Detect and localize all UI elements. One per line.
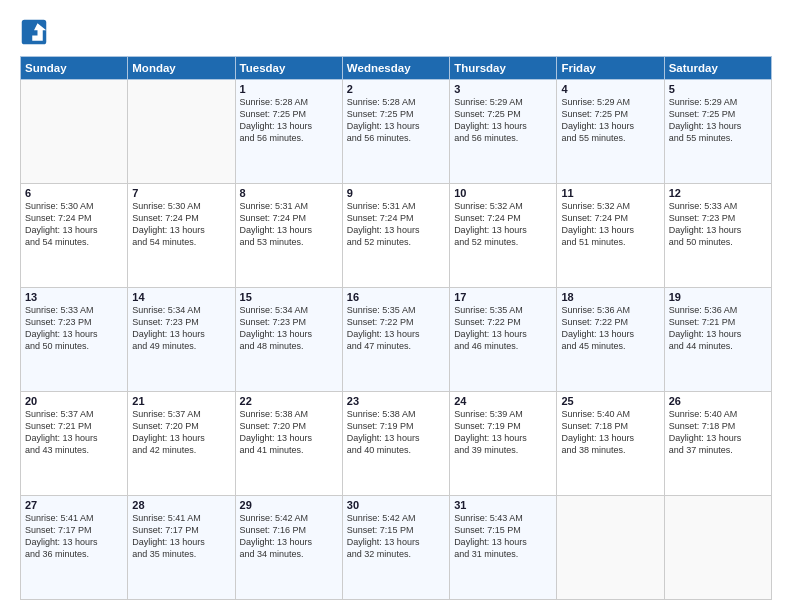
day-number: 26 (669, 395, 767, 407)
day-number: 10 (454, 187, 552, 199)
calendar-cell: 3Sunrise: 5:29 AM Sunset: 7:25 PM Daylig… (450, 80, 557, 184)
cell-info: Sunrise: 5:36 AM Sunset: 7:21 PM Dayligh… (669, 304, 767, 353)
day-number: 17 (454, 291, 552, 303)
calendar-body: 1Sunrise: 5:28 AM Sunset: 7:25 PM Daylig… (21, 80, 772, 600)
calendar-cell: 23Sunrise: 5:38 AM Sunset: 7:19 PM Dayli… (342, 392, 449, 496)
cell-info: Sunrise: 5:42 AM Sunset: 7:16 PM Dayligh… (240, 512, 338, 561)
cell-info: Sunrise: 5:29 AM Sunset: 7:25 PM Dayligh… (669, 96, 767, 145)
cell-info: Sunrise: 5:30 AM Sunset: 7:24 PM Dayligh… (132, 200, 230, 249)
calendar-cell: 16Sunrise: 5:35 AM Sunset: 7:22 PM Dayli… (342, 288, 449, 392)
day-number: 1 (240, 83, 338, 95)
cell-info: Sunrise: 5:34 AM Sunset: 7:23 PM Dayligh… (240, 304, 338, 353)
cell-info: Sunrise: 5:43 AM Sunset: 7:15 PM Dayligh… (454, 512, 552, 561)
calendar-cell: 31Sunrise: 5:43 AM Sunset: 7:15 PM Dayli… (450, 496, 557, 600)
cell-info: Sunrise: 5:37 AM Sunset: 7:21 PM Dayligh… (25, 408, 123, 457)
day-number: 12 (669, 187, 767, 199)
calendar-cell (21, 80, 128, 184)
day-number: 27 (25, 499, 123, 511)
day-number: 30 (347, 499, 445, 511)
calendar-cell: 22Sunrise: 5:38 AM Sunset: 7:20 PM Dayli… (235, 392, 342, 496)
calendar-cell: 20Sunrise: 5:37 AM Sunset: 7:21 PM Dayli… (21, 392, 128, 496)
day-number: 2 (347, 83, 445, 95)
weekday-header: Tuesday (235, 57, 342, 80)
day-number: 20 (25, 395, 123, 407)
calendar-cell: 8Sunrise: 5:31 AM Sunset: 7:24 PM Daylig… (235, 184, 342, 288)
cell-info: Sunrise: 5:34 AM Sunset: 7:23 PM Dayligh… (132, 304, 230, 353)
cell-info: Sunrise: 5:39 AM Sunset: 7:19 PM Dayligh… (454, 408, 552, 457)
calendar-cell (557, 496, 664, 600)
day-number: 13 (25, 291, 123, 303)
day-number: 6 (25, 187, 123, 199)
calendar-cell: 1Sunrise: 5:28 AM Sunset: 7:25 PM Daylig… (235, 80, 342, 184)
calendar-cell: 15Sunrise: 5:34 AM Sunset: 7:23 PM Dayli… (235, 288, 342, 392)
day-number: 24 (454, 395, 552, 407)
day-number: 8 (240, 187, 338, 199)
calendar-week-row: 20Sunrise: 5:37 AM Sunset: 7:21 PM Dayli… (21, 392, 772, 496)
day-number: 4 (561, 83, 659, 95)
calendar-cell: 18Sunrise: 5:36 AM Sunset: 7:22 PM Dayli… (557, 288, 664, 392)
logo (20, 18, 52, 46)
weekday-header: Saturday (664, 57, 771, 80)
day-number: 3 (454, 83, 552, 95)
cell-info: Sunrise: 5:32 AM Sunset: 7:24 PM Dayligh… (561, 200, 659, 249)
logo-icon (20, 18, 48, 46)
calendar-cell: 9Sunrise: 5:31 AM Sunset: 7:24 PM Daylig… (342, 184, 449, 288)
cell-info: Sunrise: 5:28 AM Sunset: 7:25 PM Dayligh… (347, 96, 445, 145)
calendar-cell: 13Sunrise: 5:33 AM Sunset: 7:23 PM Dayli… (21, 288, 128, 392)
cell-info: Sunrise: 5:36 AM Sunset: 7:22 PM Dayligh… (561, 304, 659, 353)
calendar-week-row: 27Sunrise: 5:41 AM Sunset: 7:17 PM Dayli… (21, 496, 772, 600)
calendar-cell: 14Sunrise: 5:34 AM Sunset: 7:23 PM Dayli… (128, 288, 235, 392)
day-number: 25 (561, 395, 659, 407)
calendar-cell: 2Sunrise: 5:28 AM Sunset: 7:25 PM Daylig… (342, 80, 449, 184)
calendar-cell: 27Sunrise: 5:41 AM Sunset: 7:17 PM Dayli… (21, 496, 128, 600)
calendar-cell: 7Sunrise: 5:30 AM Sunset: 7:24 PM Daylig… (128, 184, 235, 288)
cell-info: Sunrise: 5:31 AM Sunset: 7:24 PM Dayligh… (240, 200, 338, 249)
calendar-cell: 11Sunrise: 5:32 AM Sunset: 7:24 PM Dayli… (557, 184, 664, 288)
cell-info: Sunrise: 5:41 AM Sunset: 7:17 PM Dayligh… (132, 512, 230, 561)
calendar-cell: 19Sunrise: 5:36 AM Sunset: 7:21 PM Dayli… (664, 288, 771, 392)
day-number: 18 (561, 291, 659, 303)
day-number: 21 (132, 395, 230, 407)
calendar-cell (664, 496, 771, 600)
day-number: 11 (561, 187, 659, 199)
cell-info: Sunrise: 5:35 AM Sunset: 7:22 PM Dayligh… (347, 304, 445, 353)
calendar-cell (128, 80, 235, 184)
day-number: 7 (132, 187, 230, 199)
weekday-header: Monday (128, 57, 235, 80)
weekday-header: Friday (557, 57, 664, 80)
day-number: 15 (240, 291, 338, 303)
calendar-cell: 5Sunrise: 5:29 AM Sunset: 7:25 PM Daylig… (664, 80, 771, 184)
calendar-cell: 6Sunrise: 5:30 AM Sunset: 7:24 PM Daylig… (21, 184, 128, 288)
cell-info: Sunrise: 5:41 AM Sunset: 7:17 PM Dayligh… (25, 512, 123, 561)
cell-info: Sunrise: 5:30 AM Sunset: 7:24 PM Dayligh… (25, 200, 123, 249)
cell-info: Sunrise: 5:28 AM Sunset: 7:25 PM Dayligh… (240, 96, 338, 145)
calendar-cell: 29Sunrise: 5:42 AM Sunset: 7:16 PM Dayli… (235, 496, 342, 600)
calendar-cell: 17Sunrise: 5:35 AM Sunset: 7:22 PM Dayli… (450, 288, 557, 392)
day-number: 9 (347, 187, 445, 199)
cell-info: Sunrise: 5:35 AM Sunset: 7:22 PM Dayligh… (454, 304, 552, 353)
cell-info: Sunrise: 5:29 AM Sunset: 7:25 PM Dayligh… (561, 96, 659, 145)
calendar-cell: 25Sunrise: 5:40 AM Sunset: 7:18 PM Dayli… (557, 392, 664, 496)
calendar-table: SundayMondayTuesdayWednesdayThursdayFrid… (20, 56, 772, 600)
calendar-cell: 4Sunrise: 5:29 AM Sunset: 7:25 PM Daylig… (557, 80, 664, 184)
day-number: 14 (132, 291, 230, 303)
day-number: 31 (454, 499, 552, 511)
page: SundayMondayTuesdayWednesdayThursdayFrid… (0, 0, 792, 612)
cell-info: Sunrise: 5:40 AM Sunset: 7:18 PM Dayligh… (669, 408, 767, 457)
cell-info: Sunrise: 5:31 AM Sunset: 7:24 PM Dayligh… (347, 200, 445, 249)
cell-info: Sunrise: 5:32 AM Sunset: 7:24 PM Dayligh… (454, 200, 552, 249)
calendar-cell: 28Sunrise: 5:41 AM Sunset: 7:17 PM Dayli… (128, 496, 235, 600)
cell-info: Sunrise: 5:40 AM Sunset: 7:18 PM Dayligh… (561, 408, 659, 457)
calendar-cell: 12Sunrise: 5:33 AM Sunset: 7:23 PM Dayli… (664, 184, 771, 288)
cell-info: Sunrise: 5:42 AM Sunset: 7:15 PM Dayligh… (347, 512, 445, 561)
weekday-header: Thursday (450, 57, 557, 80)
day-number: 5 (669, 83, 767, 95)
cell-info: Sunrise: 5:29 AM Sunset: 7:25 PM Dayligh… (454, 96, 552, 145)
cell-info: Sunrise: 5:38 AM Sunset: 7:19 PM Dayligh… (347, 408, 445, 457)
day-number: 16 (347, 291, 445, 303)
calendar-cell: 30Sunrise: 5:42 AM Sunset: 7:15 PM Dayli… (342, 496, 449, 600)
calendar-cell: 21Sunrise: 5:37 AM Sunset: 7:20 PM Dayli… (128, 392, 235, 496)
calendar-header-row: SundayMondayTuesdayWednesdayThursdayFrid… (21, 57, 772, 80)
day-number: 19 (669, 291, 767, 303)
day-number: 28 (132, 499, 230, 511)
